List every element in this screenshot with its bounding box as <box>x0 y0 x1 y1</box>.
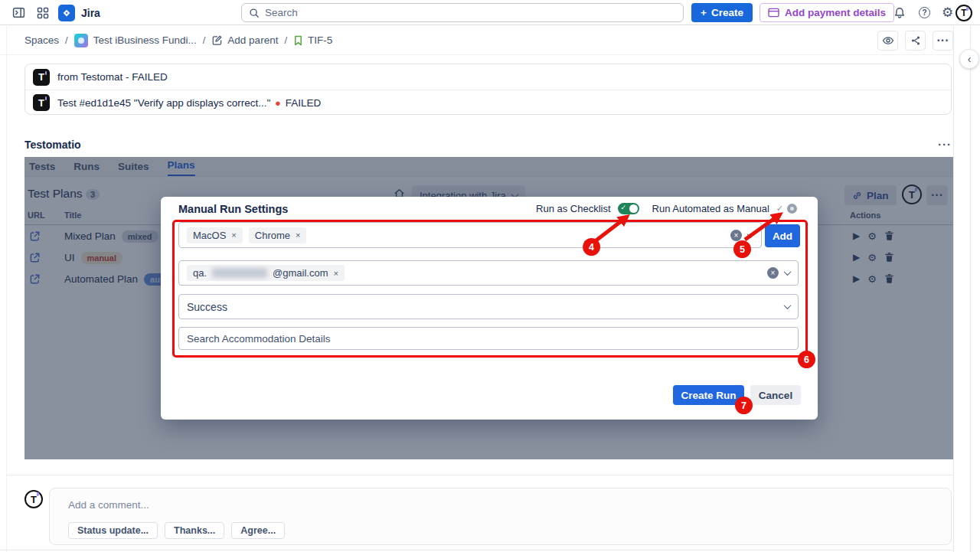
app-home-link[interactable]: Jira <box>58 0 100 25</box>
search-input[interactable] <box>265 7 676 18</box>
environment-tag: Chrome× <box>249 227 307 243</box>
chevron-left-icon: ‹ <box>968 53 972 65</box>
create-run-button[interactable]: Create Run <box>673 385 744 405</box>
app-name: Jira <box>81 7 100 19</box>
comment-box: Add a comment... Status update... Thanks… <box>49 488 952 545</box>
remove-tag-icon[interactable]: × <box>231 230 236 240</box>
failed-status-dot-icon: ● <box>275 97 281 109</box>
avatar-accent <box>37 492 40 497</box>
add-payment-details-button[interactable]: Add payment details <box>760 3 894 22</box>
help-icon[interactable]: ? <box>919 7 930 18</box>
run-title-field <box>178 327 799 350</box>
redacted-email-segment <box>212 268 267 278</box>
run-automated-toggle[interactable]: ✓ <box>776 204 797 214</box>
share-icon[interactable] <box>905 31 926 51</box>
credit-card-icon <box>768 8 779 18</box>
quick-reply-agree[interactable]: Agree... <box>231 522 285 539</box>
jira-logo-icon <box>58 5 75 21</box>
more-actions-icon[interactable]: ··· <box>933 31 953 51</box>
right-rail-border <box>970 26 971 552</box>
toggle-knob <box>629 204 638 213</box>
quick-reply-thanks[interactable]: Thanks... <box>165 522 224 539</box>
breadcrumb-separator: / <box>203 34 206 46</box>
user-avatar[interactable]: T <box>956 5 972 21</box>
check-icon: ✓ <box>776 204 783 214</box>
clear-field-icon[interactable]: × <box>730 230 742 241</box>
breadcrumb: Spaces / Test iBusiness Fundi... / Add p… <box>0 26 953 55</box>
run-as-checklist-label: Run as Checklist <box>536 203 611 214</box>
quick-replies: Status update... Thanks... Agree... <box>68 522 285 539</box>
test-result-row[interactable]: T from Testomat - FAILED <box>25 64 951 90</box>
testomatio-icon: T <box>33 69 50 86</box>
test-result-text: Test #ed1d1e45 "Verify app displays corr… <box>57 97 321 109</box>
bookmark-icon <box>293 35 303 46</box>
manual-run-settings-modal: Manual Run Settings Run as Checklist ✓ R… <box>161 197 818 420</box>
test-result-row[interactable]: T Test #ed1d1e45 "Verify app displays co… <box>25 90 951 115</box>
breadcrumb-separator: / <box>284 34 287 46</box>
plus-icon: + <box>701 7 707 18</box>
breadcrumb-space-name[interactable]: Test iBusiness Fundi... <box>93 34 197 46</box>
sidebar-toggle-icon[interactable] <box>12 6 25 19</box>
widget-section-title: Testomatio <box>24 139 81 151</box>
comment-avatar: T <box>24 490 43 508</box>
watch-eye-icon[interactable] <box>877 31 898 51</box>
testomatio-icon: T <box>33 94 50 111</box>
left-panel-border <box>6 26 7 552</box>
breadcrumb-issue-key[interactable]: TIF-5 <box>308 34 332 46</box>
remove-tag-icon[interactable]: × <box>296 230 300 240</box>
cancel-button[interactable]: Cancel <box>750 385 801 405</box>
space-avatar-icon <box>74 34 88 47</box>
check-icon: ✓ <box>621 204 627 211</box>
breadcrumb-add-parent[interactable]: Add parent <box>227 34 278 46</box>
test-result-text: from Testomat - FAILED <box>57 71 168 83</box>
page-bottom-border <box>0 550 953 550</box>
quick-reply-status-update[interactable]: Status update... <box>68 522 158 539</box>
collapse-panel-button[interactable]: ‹ <box>959 49 979 69</box>
page-actions: ··· <box>877 31 953 51</box>
right-panel-border <box>953 26 954 552</box>
search-icon <box>249 8 260 18</box>
modal-title: Manual Run Settings <box>178 203 288 215</box>
avatar-accent <box>966 6 969 11</box>
run-title-input[interactable] <box>187 333 790 345</box>
assignee-tag: qa.@gmail.com × <box>187 265 345 281</box>
toggle-knob <box>787 204 797 214</box>
status-selected-value: Success <box>187 301 227 313</box>
breadcrumb-spaces[interactable]: Spaces <box>24 34 59 46</box>
top-navigation-bar: Jira + Create Add payment details ? <box>0 0 980 25</box>
run-automated-label: Run Automated as Manual <box>652 203 769 214</box>
breadcrumb-separator: / <box>65 34 68 46</box>
linked-test-results-card: T from Testomat - FAILED T Test #ed1d1e4… <box>24 64 952 115</box>
settings-gear-icon[interactable]: ⚙ <box>942 6 953 19</box>
status-select[interactable]: Success <box>178 294 799 319</box>
run-as-checklist-toggle[interactable]: ✓ <box>618 203 639 214</box>
chevron-down-icon[interactable] <box>784 268 792 276</box>
add-environment-button[interactable]: Add <box>765 224 800 247</box>
section-divider <box>6 475 953 475</box>
environment-tag: MacOS× <box>187 227 243 243</box>
chevron-down-icon[interactable] <box>784 302 792 309</box>
widget-more-icon[interactable]: ··· <box>938 138 952 151</box>
chevron-down-icon[interactable] <box>747 230 755 238</box>
modal-toggles: Run as Checklist ✓ Run Automated as Manu… <box>536 203 797 214</box>
clear-field-icon[interactable]: × <box>767 267 779 279</box>
app-switcher-icon[interactable] <box>37 7 49 19</box>
assignee-multiselect[interactable]: qa.@gmail.com × × <box>178 260 799 286</box>
create-button[interactable]: + Create <box>691 3 753 22</box>
comment-input[interactable]: Add a comment... <box>68 499 149 511</box>
global-search[interactable] <box>241 3 684 22</box>
notifications-bell-icon[interactable] <box>893 7 906 19</box>
page: Jira + Create Add payment details ? <box>0 0 980 552</box>
edit-pencil-icon <box>211 34 223 46</box>
remove-tag-icon[interactable]: × <box>334 269 338 278</box>
environments-multiselect[interactable]: MacOS× Chrome× × <box>178 222 762 248</box>
